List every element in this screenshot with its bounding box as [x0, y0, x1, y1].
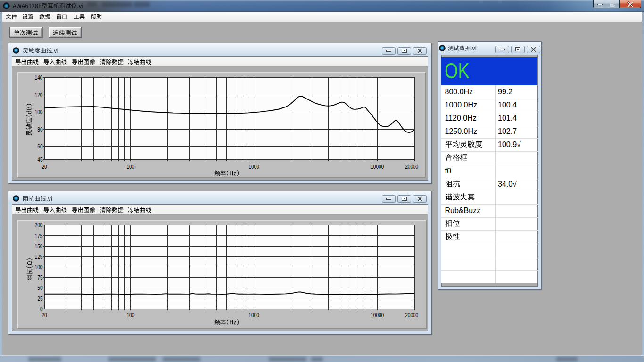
svg-text:10000: 10000: [371, 312, 384, 319]
svg-text:50: 50: [37, 284, 42, 291]
svg-text:20: 20: [41, 163, 47, 170]
svg-text:80: 80: [37, 126, 42, 133]
svg-text:125: 125: [35, 253, 43, 260]
svg-text:100: 100: [126, 163, 134, 170]
svg-text:10000: 10000: [371, 163, 384, 170]
svg-text:100: 100: [35, 108, 43, 115]
svg-text:60: 60: [37, 143, 42, 150]
svg-text:175: 175: [35, 232, 43, 239]
svg-text:100: 100: [126, 312, 134, 319]
svg-text:140: 140: [35, 74, 43, 81]
svg-text:120: 120: [35, 91, 43, 99]
svg-text:20000: 20000: [405, 312, 418, 319]
svg-text:20000: 20000: [405, 163, 418, 170]
svg-text:200: 200: [35, 222, 43, 229]
svg-text:150: 150: [35, 243, 43, 250]
svg-text:45: 45: [37, 156, 42, 163]
svg-text:1000: 1000: [248, 312, 259, 319]
svg-text:1000: 1000: [248, 163, 259, 170]
svg-text:20: 20: [41, 312, 47, 319]
svg-text:100: 100: [35, 263, 43, 271]
svg-text:25: 25: [37, 295, 42, 302]
svg-text:75: 75: [37, 274, 42, 281]
